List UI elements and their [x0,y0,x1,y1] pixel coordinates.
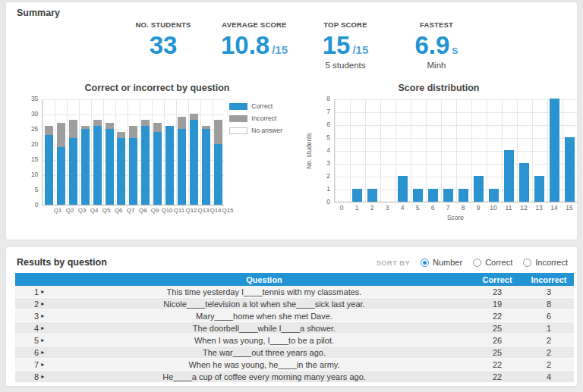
sort-option-number[interactable]: Number [421,258,462,267]
y-tick-label: 5 [35,186,39,193]
stat-value: 15/15 [300,33,391,58]
x-tick-label: 4 [395,204,410,212]
correct-incorrect-chart: Correct or incorrect by question 0510152… [32,83,282,214]
bar-q12 [176,99,188,205]
bar-segment-correct [129,138,137,205]
x-tick-label: Q6 [112,207,124,214]
incorrect-count-cell: 3 [524,287,574,296]
stat-number: 6.9 [414,31,449,59]
x-tick-label: Q15 [222,207,234,214]
table-row[interactable]: 7▸When he was young, he____in the army.2… [15,359,574,371]
x-tick-label: Q11 [173,207,185,214]
question-text-cell: He____a cup of coffee every morning many… [58,372,471,381]
stat-suffix: s [452,43,458,56]
table-row[interactable]: 3▸Mary____home when she met Dave.226 [15,310,574,322]
legend-item-incorrect: Incorrect [229,114,282,122]
stat-number: 33 [150,31,178,59]
bar-score-2 [365,99,380,202]
bar-segment-incorrect [93,120,102,126]
x-tick-label: Q5 [100,207,112,214]
correct-count-cell: 25 [471,348,524,357]
correct-chart-plot [42,99,224,205]
sort-option-correct[interactable]: Correct [473,258,512,267]
table-row[interactable]: 1▸This time yesterday I____tennis with m… [15,286,574,298]
results-panel: Results by question SORT BY NumberCorrec… [6,247,577,386]
correct-count-cell: 22 [471,312,524,321]
radio-button[interactable] [473,259,481,267]
bar [474,176,484,202]
y-tick-label: 4 [326,146,330,154]
stat-value: 10.8/15 [209,33,300,58]
correct-count-cell: 23 [471,287,524,296]
bar [352,189,362,202]
bar [459,189,468,202]
expand-row-icon[interactable]: ▸ [41,301,44,307]
x-tick-label: 2 [364,204,380,212]
expand-row-icon[interactable]: ▸ [41,313,44,319]
expand-row-icon[interactable]: ▸ [41,289,44,295]
chart-title-correct-incorrect: Correct or incorrect by question [32,83,282,93]
bar-q7 [115,99,128,205]
bar [443,189,453,202]
bar-segment-incorrect [69,120,77,138]
chart-legend: CorrectIncorrectNo answer [229,99,282,205]
question-number-cell: 2▸ [15,299,58,309]
bar-score-5 [411,99,426,202]
y-tick-label: 1 [326,185,330,193]
x-tick-label: 8 [455,204,471,212]
sort-option-incorrect[interactable]: Incorrect [523,258,568,267]
bar-score-15 [562,99,577,202]
expand-row-icon[interactable]: ▸ [41,325,44,331]
table-row[interactable]: 2▸Nicole____television a lot when she___… [15,298,574,310]
bar-q13 [188,99,200,205]
y-tick-label: 8 [326,95,330,102]
bar-score-4 [395,99,411,202]
legend-swatch [229,127,247,134]
expand-row-icon[interactable]: ▸ [41,374,44,380]
table-row[interactable]: 6▸The war____out three years ago.252 [15,347,574,359]
table-row[interactable]: 4▸The doorbell____while I____a shower.25… [15,322,574,334]
stat-subtext: Minh [391,61,482,71]
radio-button[interactable] [523,259,531,267]
radio-button[interactable] [421,259,429,267]
incorrect-count-cell: 8 [524,299,574,309]
expand-row-icon[interactable]: ▸ [41,337,44,343]
score-chart-x-axis-title: Score [334,214,577,221]
sort-by-label: SORT BY [377,259,410,267]
correct-count-cell: 26 [471,336,524,345]
bar-segment-incorrect [153,123,162,132]
table-row[interactable]: 5▸When I was young, I____to be a pilot.2… [15,334,574,347]
x-tick-label: 5 [410,204,425,212]
stat-value: 33 [118,33,209,58]
y-tick-label: 20 [31,140,38,148]
correct-count-cell: 25 [471,324,524,333]
bar-q5 [91,99,103,205]
stat-label: AVERAGE SCORE [209,20,300,29]
expand-row-icon[interactable]: ▸ [41,362,44,368]
score-chart-plot [334,99,577,202]
x-tick-label: 3 [380,204,395,212]
question-text-cell: Mary____home when she met Dave. [58,312,471,321]
incorrect-count-cell: 2 [524,336,574,345]
x-tick-label: 10 [486,204,501,212]
expand-row-icon[interactable]: ▸ [41,350,44,356]
bar-segment-correct [106,129,114,205]
x-tick-label: 11 [501,204,516,212]
results-section-title: Results by question [17,257,107,268]
question-text-cell: This time yesterday I____tennis with my … [58,287,471,296]
stat-subtext [209,61,300,71]
bar-score-8 [456,99,471,202]
question-text-cell: Nicole____television a lot when she____s… [58,299,471,309]
y-tick-label: 10 [31,171,38,178]
table-row[interactable]: 8▸He____a cup of coffee every morning ma… [15,371,574,383]
bar-score-14 [547,99,562,202]
bar [413,189,423,202]
bar-score-9 [471,99,486,202]
bar-q6 [103,99,115,205]
legend-swatch [229,115,247,122]
bar-score-3 [380,99,395,202]
y-tick-label: 15 [31,155,38,163]
stat-label: NO. STUDENTS [118,20,209,29]
bar-score-0 [335,99,350,202]
x-tick-label: Q4 [88,207,100,214]
